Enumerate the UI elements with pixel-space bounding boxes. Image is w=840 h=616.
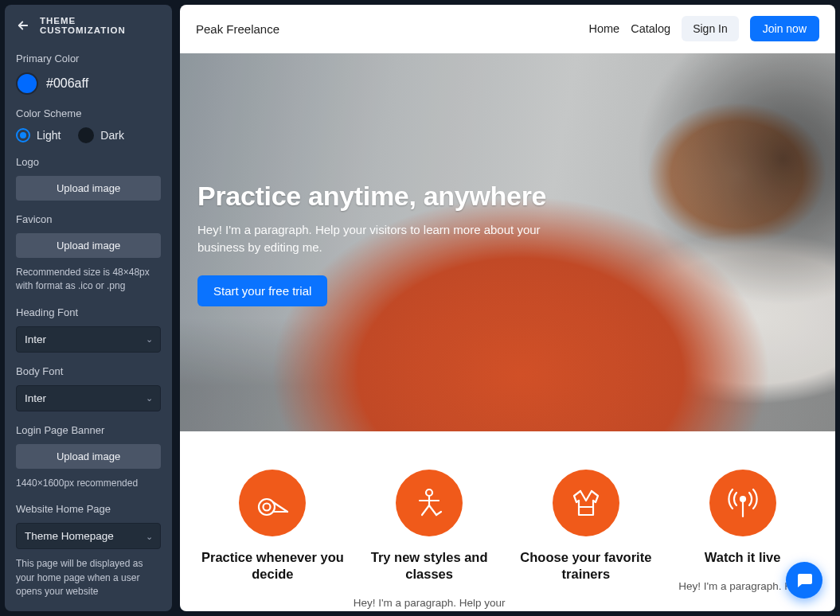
theme-sidebar: THEME CUSTOMIZATION Primary Color #006af…: [5, 5, 172, 611]
primary-color-label: Primary Color: [16, 53, 161, 64]
feature-trainers: Choose your favorite trainers: [510, 470, 663, 611]
start-trial-button[interactable]: Start your free trial: [197, 275, 327, 306]
hero-title: Practice anytime, anywhere: [197, 181, 818, 212]
broadcast-icon: [709, 470, 776, 536]
home-page-hint: This page will be displayed as your home…: [16, 557, 161, 598]
feature-practice: Practice whenever you decide: [196, 470, 350, 611]
scheme-light-radio[interactable]: [16, 128, 30, 142]
scheme-dark-label: Dark: [100, 129, 124, 142]
color-scheme-label: Color Scheme: [16, 107, 161, 119]
body-font-select[interactable]: Inter ⌄: [16, 385, 161, 411]
primary-color-hex: #006aff: [46, 76, 88, 91]
gi-jacket-icon: [553, 470, 619, 536]
hero-section: Practice anytime, anywhere Hey! I'm a pa…: [180, 53, 835, 431]
site-preview: Peak Freelance Home Catalog Sign In Join…: [180, 5, 835, 611]
chat-icon: [795, 571, 814, 590]
scheme-dark-radio[interactable]: [78, 127, 94, 143]
svg-point-2: [264, 503, 271, 510]
arrow-left-icon: [16, 18, 30, 33]
body-font-label: Body Font: [16, 365, 161, 377]
back-button[interactable]: [16, 18, 30, 33]
upload-login-banner-button[interactable]: Upload image: [16, 444, 161, 469]
nav-catalog[interactable]: Catalog: [631, 22, 670, 35]
preview-nav: Home Catalog Sign In Join now: [588, 16, 819, 41]
primary-color-row[interactable]: #006aff: [16, 72, 161, 95]
logo-label: Logo: [16, 156, 161, 168]
svg-point-1: [259, 499, 275, 515]
favicon-hint: Recommended size is 48×48px with format …: [16, 266, 161, 294]
upload-favicon-button[interactable]: Upload image: [16, 233, 161, 258]
home-page-select[interactable]: Theme Homepage ⌄: [16, 523, 161, 549]
heading-font-select[interactable]: Inter ⌄: [16, 326, 161, 353]
login-banner-label: Login Page Banner: [16, 424, 161, 436]
sidebar-header: THEME CUSTOMIZATION: [5, 5, 172, 48]
feature-styles: Try new styles and classes Hey! I'm a pa…: [353, 470, 506, 611]
favicon-label: Favicon: [16, 213, 161, 225]
feature-title: Choose your favorite trainers: [510, 549, 663, 583]
brand-name: Peak Freelance: [196, 22, 279, 36]
scheme-light-label: Light: [37, 129, 61, 142]
feature-title: Practice whenever you decide: [196, 549, 350, 583]
chat-fab[interactable]: [786, 562, 822, 598]
sidebar-title: THEME CUSTOMIZATION: [40, 16, 161, 35]
feature-title: Try new styles and classes: [353, 549, 506, 583]
primary-color-swatch[interactable]: [16, 72, 38, 95]
home-page-label: Website Home Page: [16, 503, 161, 515]
color-scheme-row: Light Dark: [16, 127, 161, 143]
heading-font-label: Heading Font: [16, 306, 161, 318]
yoga-pose-icon: [396, 470, 463, 536]
join-now-button[interactable]: Join now: [750, 16, 819, 41]
svg-point-3: [426, 489, 432, 496]
hero-subtitle: Hey! I'm a paragraph. Help your visitors…: [197, 221, 580, 256]
mat-icon: [239, 470, 306, 536]
feature-title: Watch it live: [705, 549, 781, 566]
feature-sub: Hey! I'm a paragraph. Help your: [354, 595, 506, 611]
login-banner-hint: 1440×1600px recommended: [16, 477, 161, 490]
upload-logo-button[interactable]: Upload image: [16, 176, 161, 201]
features-row: Practice whenever you decide Try new sty…: [180, 431, 835, 611]
preview-topbar: Peak Freelance Home Catalog Sign In Join…: [180, 5, 835, 53]
sign-in-button[interactable]: Sign In: [682, 16, 739, 41]
nav-home[interactable]: Home: [588, 22, 619, 35]
